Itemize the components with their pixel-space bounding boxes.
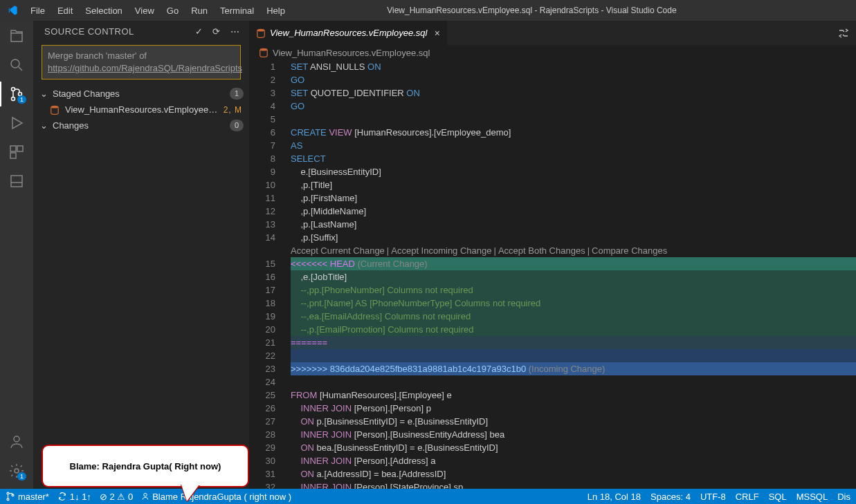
refresh-icon[interactable]: ⟳	[212, 26, 221, 37]
status-eol[interactable]: CRLF	[736, 492, 759, 502]
code-line[interactable]: AS	[291, 139, 856, 152]
code-line[interactable]: INNER JOIN [Person].[StateProvince] sp	[291, 480, 856, 489]
code-line[interactable]: --,p.[EmailPromotion] Columns not requir…	[291, 323, 856, 336]
changes-section[interactable]: ⌄ Changes 0	[33, 117, 249, 134]
status-cursor[interactable]: Ln 18, Col 18	[588, 492, 641, 502]
code-line[interactable]: ,p.[LastName]	[291, 218, 856, 231]
commit-message-input[interactable]: Merge branch 'master' of https://github.…	[42, 45, 241, 80]
code-line[interactable]: >>>>>>> 836dda204e825fbe831a9881ab1c4c19…	[291, 362, 856, 375]
code-line[interactable]: --,pnt.[Name] AS [PhoneNumberType] Colum…	[291, 297, 856, 310]
code-line[interactable]: SET ANSI_NULLS ON	[291, 60, 856, 73]
panel-icon[interactable]	[8, 173, 25, 189]
code-line[interactable]	[291, 375, 856, 389]
tab-active[interactable]: View_HumanResources.vEmployee.sql ×	[249, 21, 448, 45]
source-control-icon[interactable]: 1	[8, 86, 25, 102]
code-line[interactable]	[291, 349, 856, 362]
menu-go[interactable]: Go	[161, 3, 184, 19]
menu-terminal[interactable]: Terminal	[215, 3, 259, 19]
breadcrumb[interactable]: View_HumanResources.vEmployee.sql	[249, 45, 856, 60]
code-line[interactable]: ,e.[JobTitle]	[291, 270, 856, 283]
code-line[interactable]: --,pp.[PhoneNumber] Columns not required	[291, 283, 856, 297]
menu-view[interactable]: View	[129, 3, 160, 19]
line-number: 17	[266, 283, 275, 297]
status-branch[interactable]: master*	[6, 492, 49, 502]
code-line[interactable]: SELECT	[291, 152, 856, 165]
vscode-logo-icon	[7, 5, 18, 16]
title-bar: FileEditSelectionViewGoRunTerminalHelp V…	[0, 0, 856, 21]
svg-rect-5	[17, 146, 23, 151]
codelens-action[interactable]: Accept Both Changes	[498, 244, 585, 257]
code-line[interactable]: FROM [HumanResources].[Employee] e	[291, 389, 856, 402]
code-line[interactable]: ON bea.[BusinessEntityID] = e.[BusinessE…	[291, 441, 856, 454]
search-icon[interactable]	[8, 57, 25, 73]
editor-tabs: View_HumanResources.vEmployee.sql ×	[249, 21, 856, 45]
menu-help[interactable]: Help	[261, 3, 291, 19]
code-line[interactable]: GO	[291, 100, 856, 113]
svg-point-8	[14, 436, 19, 442]
code-line[interactable]: ,p.[Suffix]	[291, 231, 856, 244]
run-debug-icon[interactable]	[8, 115, 25, 131]
database-icon	[256, 28, 266, 38]
codelens-action[interactable]: Accept Incoming Change	[391, 244, 491, 257]
staged-file-row[interactable]: View_HumanResources.vEmployee.sql 2, M	[33, 102, 249, 117]
svg-rect-7	[11, 176, 22, 187]
status-disc[interactable]: Dis	[837, 492, 850, 502]
commit-link[interactable]: https://github.com/RajendraSQL/RajendraS…	[48, 63, 242, 73]
status-lang[interactable]: SQL	[769, 492, 787, 502]
svg-point-12	[260, 48, 268, 51]
menu-file[interactable]: File	[25, 3, 51, 19]
sidebar-title: SOURCE CONTROL	[44, 26, 134, 37]
menu-run[interactable]: Run	[185, 3, 213, 19]
code-line[interactable]: --,ea.[EmailAddress] Columns not require…	[291, 310, 856, 323]
accounts-icon[interactable]	[8, 433, 25, 450]
line-number: 32	[266, 480, 275, 489]
chevron-down-icon: ⌄	[39, 120, 48, 131]
code-line[interactable]: ,p.[Title]	[291, 178, 856, 192]
line-number: 4	[271, 100, 275, 113]
close-tab-icon[interactable]: ×	[434, 28, 439, 39]
code-line[interactable]: INNER JOIN [Person].[Address] a	[291, 454, 856, 467]
code-line[interactable]: INNER JOIN [Person].[BusinessEntityAddre…	[291, 428, 856, 441]
menu-selection[interactable]: Selection	[80, 3, 127, 19]
compare-changes-icon[interactable]	[838, 28, 849, 39]
line-number: 14	[266, 231, 275, 244]
code-line[interactable]: =======	[291, 336, 856, 349]
line-number: 13	[266, 218, 275, 231]
codelens-action[interactable]: Accept Current Change	[291, 244, 385, 257]
code-line[interactable]	[291, 113, 856, 126]
line-number: 15	[266, 257, 275, 270]
commit-check-icon[interactable]: ✓	[195, 26, 203, 37]
extensions-icon[interactable]	[8, 144, 25, 160]
svg-rect-4	[10, 146, 16, 151]
status-spaces[interactable]: Spaces: 4	[650, 492, 691, 502]
code-line[interactable]: ON p.[BusinessEntityID] = e.[BusinessEnt…	[291, 415, 856, 428]
code-line[interactable]: INNER JOIN [Person].[Person] p	[291, 402, 856, 415]
code-line[interactable]: CREATE VIEW [HumanResources].[vEmployee_…	[291, 126, 856, 139]
settings-badge: 1	[17, 472, 26, 480]
staged-changes-section[interactable]: ⌄ Staged Changes 1	[33, 85, 249, 102]
code-line[interactable]: e.[BusinessEntityID]	[291, 165, 856, 178]
settings-gear-icon[interactable]: 1	[8, 463, 25, 479]
status-sync[interactable]: 1↓ 1↑	[57, 492, 91, 502]
line-number: 16	[266, 270, 275, 283]
file-status: 2, M	[224, 105, 242, 115]
code-line[interactable]: ,p.[FirstName]	[291, 192, 856, 205]
code-line[interactable]: ,p.[MiddleName]	[291, 205, 856, 218]
database-icon	[50, 105, 60, 115]
svg-point-13	[7, 492, 9, 494]
status-encoding[interactable]: UTF-8	[700, 492, 726, 502]
code-line[interactable]: ON a.[AddressID] = bea.[AddressID]	[291, 467, 856, 480]
code-line[interactable]: <<<<<<< HEAD (Current Change)	[291, 257, 856, 270]
status-conn[interactable]: MSSQL	[796, 492, 828, 502]
code-line[interactable]: GO	[291, 73, 856, 86]
more-actions-icon[interactable]: ⋯	[230, 26, 240, 37]
code-line[interactable]: SET QUOTED_IDENTIFIER ON	[291, 86, 856, 100]
status-blame[interactable]: Blame RajendraGupta ( right now )	[141, 492, 291, 502]
status-problems[interactable]: ⊘ 2 ⚠ 0	[100, 492, 133, 502]
menu-edit[interactable]: Edit	[52, 3, 78, 19]
chevron-down-icon: ⌄	[39, 88, 48, 99]
codelens-action[interactable]: Compare Changes	[592, 244, 667, 257]
explorer-icon[interactable]	[8, 28, 25, 44]
code-editor[interactable]: 1234567891011121314151617181920212223242…	[249, 60, 856, 489]
sidebar: SOURCE CONTROL ✓ ⟳ ⋯ Merge branch 'maste…	[33, 21, 249, 489]
